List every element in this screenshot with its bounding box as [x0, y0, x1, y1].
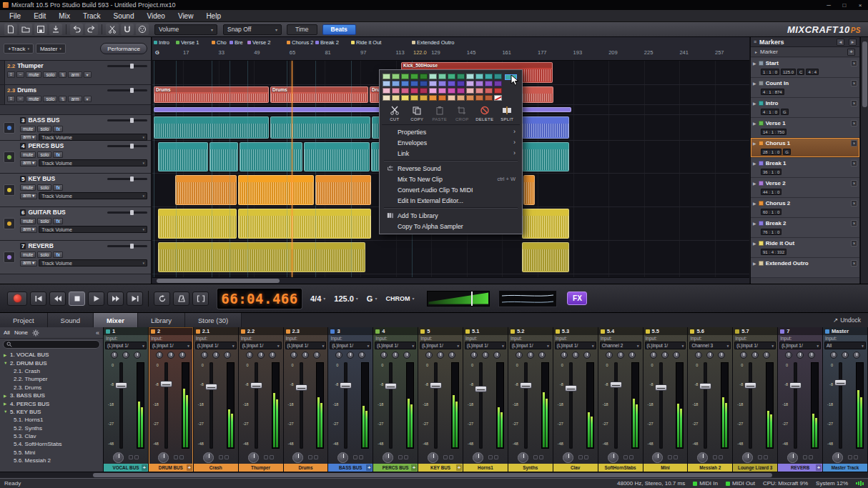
- menu-item-link[interactable]: Link›: [382, 148, 520, 159]
- mute-led[interactable]: [848, 455, 852, 459]
- record-button[interactable]: [7, 292, 27, 306]
- track-grip[interactable]: [0, 61, 5, 84]
- timeline-ruler[interactable]: IntroVerse 1ChoBreVerse 2Chorus 2Break 2…: [152, 37, 749, 61]
- marker-delete-button[interactable]: ×: [851, 200, 857, 206]
- mixer-strip-drum-bus[interactable]: 2 Input: (L)Input 1/▾ 0-8-18-27-48 DRUM …: [149, 327, 194, 472]
- eq-mid-knob[interactable]: [392, 352, 399, 359]
- mixer-strip-vocal-bus[interactable]: 1 Input: (L)Input 1/▾ 0-8-18-27-48 VOCAL…: [104, 327, 149, 472]
- marker-delete-button[interactable]: ×: [851, 140, 857, 146]
- fader-handle[interactable]: [789, 382, 802, 389]
- track-row-drums[interactable]: 2.3Drums ≡ ~ mute solo ⇅ arm ▾: [0, 85, 151, 105]
- eq-mid-knob[interactable]: [706, 352, 714, 359]
- tab-store-30[interactable]: Store (30): [185, 313, 242, 327]
- waveform-icon[interactable]: ~: [16, 71, 24, 78]
- menu-help[interactable]: Help: [199, 12, 227, 20]
- fader-track[interactable]: [434, 362, 438, 449]
- mute-led[interactable]: [668, 455, 672, 459]
- marker-field[interactable]: 125.0: [781, 69, 796, 75]
- mute-led[interactable]: [264, 455, 268, 459]
- arm-button[interactable]: arm ▾: [20, 260, 37, 267]
- mixer-strip-reverb[interactable]: 7 Input: (L)Input 1/▾ 0-8-18-27-48 REVER…: [778, 327, 823, 472]
- clip[interactable]: [209, 142, 238, 171]
- tab-library[interactable]: Library: [138, 313, 185, 327]
- pan-knob[interactable]: [203, 452, 214, 463]
- fast-forward-button[interactable]: [107, 292, 124, 306]
- grip-icon[interactable]: ≡: [7, 96, 15, 102]
- menu-item-edit-in-external-editor[interactable]: Edit In External Editor...: [382, 195, 520, 206]
- paste-button[interactable]: PASTE: [428, 106, 451, 121]
- marker-color-swatch[interactable]: [759, 241, 764, 246]
- strip-name-label[interactable]: Clav: [553, 464, 598, 472]
- eq-low-knob[interactable]: [335, 352, 342, 359]
- arm-button[interactable]: arm ▾: [20, 134, 37, 141]
- marker-expand-icon[interactable]: ▶: [753, 121, 756, 126]
- mixer-strip-messiah-2[interactable]: 5.6 Input: Channel 3▾ 0-8-18-27-48 Messi…: [688, 327, 733, 472]
- color-swatch[interactable]: [448, 74, 455, 79]
- fader-handle[interactable]: [205, 384, 217, 390]
- fx-button[interactable]: fx: [53, 184, 63, 191]
- input-select[interactable]: (L)Input 1/▾: [510, 342, 551, 349]
- arm-button[interactable]: arm ▾: [20, 226, 37, 233]
- fx-button[interactable]: fx: [53, 252, 63, 258]
- eq-mid-knob[interactable]: [751, 352, 759, 359]
- eq-low-knob[interactable]: [830, 352, 837, 359]
- strip-name-label[interactable]: Thumper: [239, 464, 283, 472]
- fader-handle[interactable]: [385, 383, 397, 389]
- clip[interactable]: [522, 142, 569, 171]
- fader-track[interactable]: [704, 362, 707, 449]
- track-grip[interactable]: [0, 85, 5, 104]
- color-swatch[interactable]: [457, 81, 465, 86]
- mute-led[interactable]: [488, 455, 493, 459]
- tree-item-5-1-horns1[interactable]: 5.1. Horns1: [0, 416, 103, 424]
- pan-knob[interactable]: [563, 452, 573, 463]
- tree-item-1-vocal-bus[interactable]: ▶1. VOCAL BUS: [0, 351, 103, 359]
- solo-led[interactable]: [134, 455, 139, 459]
- mute-led[interactable]: [219, 455, 223, 459]
- eq-low-knob[interactable]: [290, 352, 297, 359]
- search-input[interactable]: [3, 340, 100, 349]
- automation-type-select[interactable]: Volume▾: [154, 24, 217, 35]
- beats-mode-button[interactable]: Beats: [322, 24, 356, 35]
- fader-track[interactable]: [389, 362, 393, 449]
- eq-high-knob[interactable]: [538, 352, 546, 359]
- strip-name-label[interactable]: Messiah 2: [688, 464, 732, 472]
- marker-verse-1[interactable]: ▶ Verse 1 × 14 : 1 : 750: [751, 118, 859, 138]
- minimize-button[interactable]: ─: [821, 0, 837, 10]
- marker-field[interactable]: 36 : 1 : 0: [761, 169, 781, 175]
- eq-mid-knob[interactable]: [347, 352, 354, 359]
- grip-icon[interactable]: ≡: [7, 71, 15, 78]
- menu-mix[interactable]: Mix: [52, 12, 77, 20]
- mixer-strip-lounge-lizard-3[interactable]: 5.7 Input: (L)Input 1/▾ 0-8-18-27-48 Lou…: [733, 327, 778, 472]
- add-marker-row[interactable]: ▸Marker+: [751, 47, 859, 57]
- pan-knob[interactable]: [158, 452, 169, 463]
- menu-item-mix-to-new-clip[interactable]: Mix To New Clipctrl + W: [382, 174, 520, 184]
- eq-mid-knob[interactable]: [797, 352, 804, 359]
- play-button[interactable]: [88, 292, 104, 306]
- eq-high-knob[interactable]: [403, 352, 410, 359]
- time-signature-control[interactable]: 4/4▾: [310, 294, 325, 303]
- menu-view[interactable]: View: [172, 12, 200, 20]
- marker-field[interactable]: 91 : 4 : 332: [761, 249, 786, 255]
- fader-track[interactable]: [255, 362, 258, 449]
- tree-item-5-4-softhornstabs[interactable]: 5.4. SoftHornStabs: [0, 440, 103, 448]
- tree-expand-icon[interactable]: ▼: [4, 361, 8, 365]
- input-select[interactable]: (L)Input 1/▾: [150, 342, 192, 349]
- marker-delete-button[interactable]: ×: [851, 220, 857, 226]
- fx-button[interactable]: fx: [53, 151, 63, 158]
- marker-field[interactable]: 76 : 1 : 0: [761, 229, 781, 235]
- mute-led[interactable]: [578, 455, 583, 459]
- color-swatch[interactable]: [466, 74, 474, 79]
- chevron-down-icon[interactable]: ▾: [84, 71, 92, 78]
- color-swatch[interactable]: [485, 74, 493, 79]
- color-swatch[interactable]: [466, 95, 474, 101]
- color-swatch[interactable]: [420, 74, 428, 79]
- fader-track[interactable]: [524, 362, 528, 449]
- menu-sound[interactable]: Sound: [107, 12, 141, 20]
- cut-button[interactable]: CUT: [383, 106, 406, 121]
- color-swatch[interactable]: [401, 74, 409, 79]
- marker-field[interactable]: 28 : 1 : 0: [761, 149, 781, 155]
- tab-sound[interactable]: Sound: [48, 313, 94, 327]
- marker-expand-icon[interactable]: ▶: [753, 261, 756, 266]
- marker-field[interactable]: 4 : 4: [806, 69, 819, 75]
- input-select[interactable]: Channel 3▾: [689, 342, 731, 349]
